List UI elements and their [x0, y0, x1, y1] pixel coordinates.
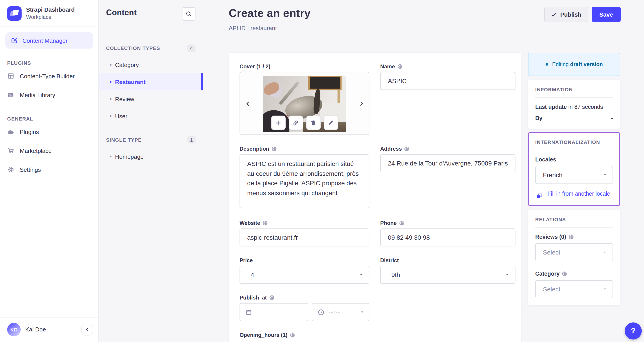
price-select[interactable]: _4: [240, 266, 370, 284]
last-update-row: Last update in 87 seconds: [535, 104, 613, 110]
price-value: _4: [247, 271, 254, 278]
main-content: Create an entry API ID : restaurant Publ…: [203, 0, 644, 342]
opening-hours-field: Opening_hours (1): [240, 332, 370, 338]
search-button[interactable]: [182, 7, 196, 21]
internationalization-heading: INTERNATIONALIZATION: [535, 139, 613, 145]
image-icon: [7, 91, 14, 99]
sidebar-item-content-type-builder[interactable]: Content-Type Builder: [0, 67, 98, 86]
search-icon: [186, 11, 192, 17]
publish-button[interactable]: Publish: [544, 7, 588, 22]
single-type-heading: SINGLE TYPE: [106, 137, 142, 143]
delete-asset-button[interactable]: [306, 116, 320, 130]
phone-label: Phone: [380, 220, 396, 226]
reviews-select-placeholder: Select: [543, 249, 560, 256]
category-select-placeholder: Select: [543, 285, 560, 293]
subnav-item-user[interactable]: User: [99, 108, 203, 125]
website-input[interactable]: aspic-restaurant.fr: [240, 228, 370, 246]
district-select[interactable]: _9th: [380, 266, 516, 284]
carousel-next-button[interactable]: [357, 99, 365, 108]
category-select[interactable]: Select: [535, 280, 613, 298]
draft-banner-bold: draft version: [570, 61, 603, 68]
website-field: Website aspic-restaurant.fr: [240, 220, 370, 246]
collapse-sidebar-button[interactable]: [81, 323, 93, 335]
cart-icon: [7, 147, 14, 154]
brand-title: Strapi Dashboard: [26, 7, 75, 14]
sidebar-item-label: Marketplace: [20, 147, 52, 154]
publish-time-input[interactable]: --:--: [312, 303, 370, 321]
description-label: Description: [240, 146, 269, 152]
globe-icon: [397, 64, 402, 69]
copy-link-button[interactable]: [288, 116, 303, 130]
carousel-prev-button[interactable]: [244, 99, 252, 108]
phone-field: Phone 09 82 49 30 98: [380, 220, 516, 246]
subnav-item-restaurant[interactable]: Restaurant: [99, 73, 203, 90]
main-sidebar: Strapi Dashboard Workplace Content Manag…: [0, 0, 99, 342]
locale-select[interactable]: French: [535, 166, 613, 184]
name-field: Name ASPIC: [380, 63, 516, 90]
district-field: District _9th: [380, 257, 516, 284]
content-subnav: Content COLLECTION TYPES 4 Category Rest…: [99, 0, 203, 342]
edit-asset-button[interactable]: [324, 116, 338, 130]
fill-from-locale-link[interactable]: Fill in from another locale: [535, 189, 613, 199]
subnav-item-homepage[interactable]: Homepage: [99, 148, 203, 165]
sidebar-item-plugins[interactable]: Plugins: [0, 122, 98, 141]
entry-side-panel: Editing draft version INFORMATION Last u…: [528, 53, 620, 305]
subnav-title: Content: [106, 7, 136, 18]
divider: [0, 27, 98, 27]
locale-value: French: [543, 171, 562, 179]
description-textarea[interactable]: ASPIC est un restaurant parisien situé a…: [240, 154, 370, 208]
brand-workspace: Workplace: [26, 14, 75, 21]
draft-banner-prefix: Editing: [552, 61, 568, 68]
puzzle-icon: [7, 128, 14, 135]
page-title: Create an entry: [229, 6, 310, 20]
category-field: Category Select: [535, 271, 613, 298]
subnav-item-review[interactable]: Review: [99, 90, 203, 108]
sidebar-item-settings[interactable]: Settings: [0, 160, 98, 179]
caret-down-icon: [359, 272, 364, 277]
api-id-subtitle: API ID : restaurant: [229, 25, 310, 32]
globe-icon: [399, 220, 404, 226]
sidebar-item-label: Settings: [20, 166, 41, 173]
globe-icon: [404, 146, 410, 152]
add-asset-button[interactable]: [271, 116, 285, 130]
information-heading: INFORMATION: [535, 87, 613, 92]
help-button[interactable]: ?: [625, 322, 642, 339]
brand: Strapi Dashboard Workplace: [0, 0, 98, 27]
sidebar-item-marketplace[interactable]: Marketplace: [0, 141, 98, 160]
category-label: Category: [535, 271, 560, 277]
relations-card: RELATIONS Reviews (0) Select: [528, 210, 620, 305]
check-icon: [551, 12, 556, 17]
save-button[interactable]: Save: [592, 7, 621, 22]
globe-icon: [568, 234, 574, 240]
address-input[interactable]: 24 Rue de la Tour d'Auvergne, 75009 Pari…: [380, 154, 516, 172]
globe-icon: [262, 220, 268, 226]
opening-hours-label: Opening_hours (1): [240, 332, 288, 338]
district-label: District: [380, 257, 399, 263]
sidebar-footer: KD Kai Doe: [0, 317, 98, 342]
reviews-label: Reviews (0): [535, 234, 566, 240]
strapi-logo-icon: [7, 6, 22, 21]
phone-input[interactable]: 09 82 49 30 98: [380, 228, 516, 246]
sidebar-item-media-library[interactable]: Media Library: [0, 86, 98, 104]
last-update-value: in 87 seconds: [567, 104, 603, 110]
clock-icon: [318, 309, 324, 315]
draft-version-banner: Editing draft version: [528, 53, 620, 76]
single-type-count-badge: 1: [188, 136, 196, 143]
subnav-item-category[interactable]: Category: [99, 56, 203, 73]
publish-button-label: Publish: [560, 11, 581, 18]
globe-icon: [269, 295, 274, 300]
nav-section-general: GENERAL: [7, 116, 91, 121]
user-avatar[interactable]: KD: [7, 323, 21, 336]
caret-down-icon: [603, 173, 607, 177]
publish-date-input[interactable]: [240, 303, 308, 321]
name-label: Name: [380, 63, 395, 70]
sidebar-item-content-manager[interactable]: Content Manager: [6, 32, 93, 49]
subnav-item-label: User: [115, 113, 128, 119]
address-field: Address 24 Rue de la Tour d'Auvergne, 75…: [380, 146, 516, 209]
cover-carousel: [240, 72, 370, 135]
reviews-select[interactable]: Select: [535, 243, 613, 261]
by-label: By: [535, 115, 542, 121]
website-label: Website: [240, 220, 260, 226]
name-input[interactable]: ASPIC: [380, 72, 516, 90]
collection-types-count-badge: 4: [188, 45, 196, 52]
